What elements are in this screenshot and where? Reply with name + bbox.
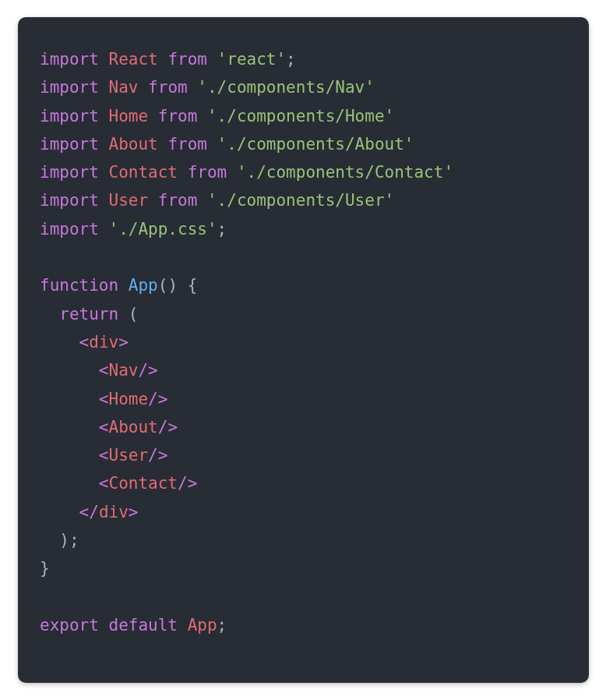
- code-block: import React from 'react'; import Nav fr…: [18, 17, 589, 683]
- code-token: User: [109, 446, 149, 465]
- code-token: './components/User': [207, 191, 394, 210]
- code-line: function App() {: [40, 276, 197, 295]
- code-token: export default: [40, 616, 188, 635]
- code-token: >: [129, 503, 139, 521]
- code-token: App: [129, 276, 158, 295]
- code-token: Nav: [109, 361, 139, 380]
- code-token: <: [99, 390, 109, 408]
- code-token: import: [40, 163, 109, 182]
- code-token: [40, 474, 99, 493]
- code-token: Nav: [109, 78, 149, 97]
- code-token: />: [148, 446, 167, 465]
- code-line: import Contact from './components/Contac…: [40, 163, 453, 182]
- code-token: User: [109, 191, 158, 210]
- code-token: }: [40, 559, 50, 578]
- code-token: About: [109, 135, 168, 154]
- code-line: }: [40, 559, 50, 578]
- code-token: from: [167, 135, 217, 154]
- code-token: <: [99, 418, 109, 437]
- code-token: [40, 446, 99, 465]
- code-token: [40, 333, 79, 352]
- code-token: import: [40, 50, 109, 69]
- code-token: from: [188, 163, 237, 182]
- code-line: return (: [40, 305, 138, 323]
- code-token: from: [148, 78, 197, 97]
- code-line: import Nav from './components/Nav': [40, 78, 375, 97]
- code-token: from: [158, 191, 207, 210]
- code-token: './components/About': [217, 135, 414, 154]
- code-token: './components/Home': [207, 107, 394, 126]
- code-line: import Home from './components/Home': [40, 107, 394, 126]
- code-token: (: [118, 305, 138, 323]
- code-token: Contact: [109, 474, 178, 493]
- code-line: </div>: [40, 503, 138, 521]
- code-token: 'react': [217, 50, 287, 69]
- code-token: Home: [109, 107, 158, 126]
- code-token: div: [89, 333, 118, 352]
- code-token: './components/Contact': [237, 163, 453, 182]
- code-token: [40, 390, 99, 408]
- code-token: import: [40, 135, 109, 154]
- code-line: export default App;: [40, 616, 227, 635]
- code-token: from: [167, 50, 217, 69]
- code-token: />: [178, 474, 197, 493]
- code-token: ;: [286, 50, 296, 69]
- code-token: import: [40, 220, 109, 239]
- code-token: import: [40, 107, 109, 126]
- code-token: About: [109, 418, 158, 437]
- code-token: return: [59, 305, 118, 323]
- code-token: function: [40, 276, 129, 295]
- code-token: App: [188, 616, 217, 635]
- code-line: <Home/>: [40, 390, 167, 408]
- code-line: <div>: [40, 333, 129, 352]
- code-token: from: [158, 107, 207, 126]
- code-token: [40, 503, 79, 521]
- code-line: <User/>: [40, 446, 167, 465]
- code-token: <: [99, 446, 109, 465]
- code-token: import: [40, 191, 109, 210]
- code-token: ;: [217, 220, 227, 239]
- code-token: <: [99, 361, 109, 380]
- code-line: import './App.css';: [40, 220, 227, 239]
- code-token: Home: [109, 390, 149, 408]
- code-line: <Nav/>: [40, 361, 158, 380]
- code-token: >: [118, 333, 129, 352]
- code-token: div: [99, 503, 129, 521]
- code-token: [40, 305, 59, 323]
- code-line: );: [40, 531, 79, 550]
- code-token: />: [158, 418, 178, 437]
- code-content: import React from 'react'; import Nav fr…: [40, 50, 453, 635]
- code-line: <Contact/>: [40, 474, 197, 493]
- code-token: />: [148, 390, 167, 408]
- code-line: <About/>: [40, 418, 178, 437]
- code-token: import: [40, 78, 109, 97]
- code-token: />: [138, 361, 157, 380]
- code-token: [40, 418, 99, 437]
- code-token: './components/Nav': [197, 78, 375, 97]
- code-token: [40, 361, 99, 380]
- code-line: import About from './components/About': [40, 135, 414, 154]
- code-token: Contact: [109, 163, 188, 182]
- code-token: () {: [158, 276, 198, 295]
- code-line: import User from './components/User': [40, 191, 394, 210]
- code-token: <: [79, 333, 90, 352]
- code-token: );: [40, 531, 79, 550]
- code-token: ;: [217, 616, 227, 635]
- code-line: import React from 'react';: [40, 50, 296, 69]
- code-token: <: [99, 474, 109, 493]
- code-token: </: [79, 503, 99, 521]
- code-token: React: [109, 50, 168, 69]
- code-token: './App.css': [109, 220, 217, 239]
